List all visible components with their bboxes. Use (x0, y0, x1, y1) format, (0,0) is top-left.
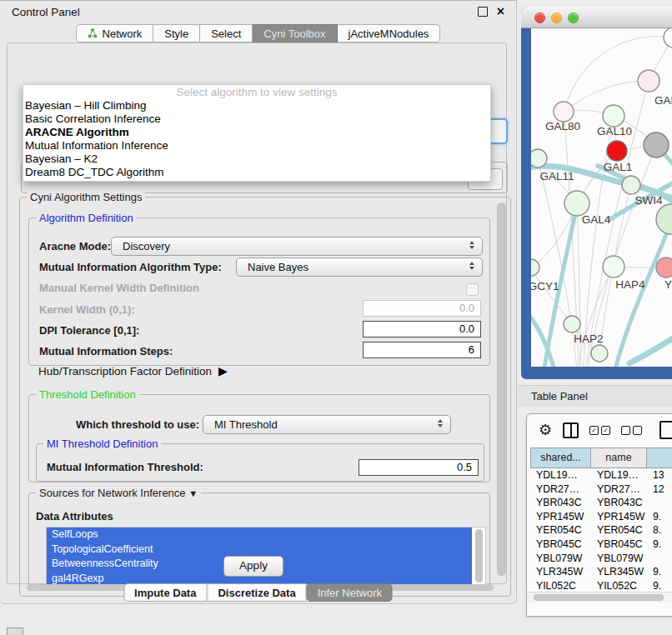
cell: YER054C (530, 523, 591, 538)
node-label-gal4: GAL4 (582, 213, 611, 226)
tab-infer-network[interactable]: Infer Network (307, 583, 393, 602)
mi-threshold-label: Mutual Information Threshold: (47, 459, 203, 476)
apply-button[interactable]: Apply (223, 556, 283, 577)
dpi-tolerance-label: DPI Tolerance [0,1]: (39, 322, 139, 339)
close-icon[interactable]: × (497, 8, 504, 16)
table-body: YDL19…YDL19…13 YDR27…YDR27…12 YBR043CYBR… (530, 468, 672, 592)
table-row[interactable]: YDL19…YDL19…13 (530, 468, 672, 482)
cell: YBR045C (591, 538, 647, 552)
column-header-name[interactable]: name (591, 448, 647, 468)
manual-kernel-label: Manual Kernel Width Definition (39, 282, 199, 294)
cell: YIL052C (530, 579, 591, 592)
node-gray[interactable] (644, 132, 669, 158)
tab-style[interactable]: Style (153, 24, 200, 42)
tab-cyni-toolbox[interactable]: Cyni Toolbox (253, 24, 337, 42)
column-header-shared-name[interactable]: shared... (530, 448, 591, 468)
dpi-tolerance-field[interactable]: 0.0 (363, 321, 481, 338)
dropdown-item-selected[interactable]: ARACNE Algorithm (23, 126, 490, 139)
stepper-icon (469, 262, 474, 270)
table-row[interactable]: YPR145WYPR145W9. (530, 510, 672, 524)
tab-discretize-data[interactable]: Discretize Data (207, 583, 306, 602)
dropdown-item[interactable]: Bayesian – K2 (23, 152, 490, 166)
dropdown-item[interactable]: Mutual Information Inference (23, 139, 490, 152)
minimize-traffic-light[interactable] (551, 12, 562, 23)
threshold-definition-group: Threshold Definition Which threshold to … (28, 394, 490, 482)
node-gal10[interactable] (603, 105, 624, 127)
expander-down-arrow-icon: ▼ (188, 488, 198, 498)
mi-type-combo[interactable]: Naive Bayes (236, 258, 483, 277)
cell: YBR043C (530, 496, 591, 510)
table-row[interactable]: YER054CYER054C8. (530, 523, 672, 538)
attribute-item-selected[interactable]: SelfLoops (47, 528, 472, 542)
node-unlabeled[interactable] (664, 28, 672, 48)
node-gal4[interactable] (564, 191, 589, 216)
settings-vertical-scrollbar[interactable] (497, 202, 506, 576)
node-bottom[interactable] (591, 345, 608, 362)
node-swi4[interactable] (622, 176, 640, 194)
dropdown-item[interactable]: Dream8 DC_TDC Algorithm (23, 166, 490, 179)
threshold-definition-title: Threshold Definition (36, 388, 139, 401)
table-row[interactable]: YIL052CYIL052C9. (530, 579, 672, 592)
kernel-width-field[interactable]: 0.0 (363, 300, 481, 317)
tab-jactivemnodules[interactable]: jActiveMNodules (338, 24, 441, 42)
dropdown-item[interactable]: Bayesian – Hill Climbing (23, 99, 490, 112)
dropdown-item[interactable]: Basic Correlation Inference (23, 112, 490, 126)
node-label-gal1: GAL1 (604, 161, 633, 173)
select-all-icon[interactable]: ✓✓ (589, 426, 610, 435)
deselect-all-icon[interactable] (621, 426, 642, 435)
cell: YBL079W (530, 552, 591, 566)
tab-impute-data[interactable]: Impute Data (123, 583, 207, 602)
network-graph: GAL80 GAL10 GAL1 GAL11 GAL4 SWI4 HAP4 HA… (531, 28, 672, 367)
node-gal7[interactable] (638, 70, 659, 92)
mi-steps-field[interactable]: 6 (363, 342, 481, 358)
network-canvas[interactable]: GAL80 GAL10 GAL1 GAL11 GAL4 SWI4 HAP4 HA… (531, 28, 672, 367)
tab-select[interactable]: Select (200, 24, 253, 42)
node-salmon[interactable] (656, 258, 672, 278)
control-panel-window: Control Panel × Network Style (0, 0, 517, 604)
mi-threshold-field[interactable]: 0.5 (359, 459, 479, 476)
screen: Control Panel × Network Style (0, 0, 672, 635)
table-row[interactable]: YBR045CYBR045C9. (530, 538, 672, 552)
table-panel-window: ⚙ ✓✓ shared... name YDL19…YDL19…13 YDR27… (526, 413, 672, 617)
attributes-vertical-scrollbar[interactable] (475, 529, 483, 582)
control-panel-title: Control Panel (12, 6, 80, 18)
node-gal1-selected[interactable] (607, 141, 627, 161)
cell: YDL19… (530, 468, 591, 482)
table-row[interactable]: YDR27…YDR27…12 (530, 482, 672, 497)
node-hap2[interactable] (564, 316, 580, 332)
minimized-panel-icon[interactable] (7, 628, 23, 635)
cell: YBR045C (530, 538, 591, 552)
aracne-mode-value: Discovery (123, 240, 170, 252)
node-gal80[interactable] (554, 102, 574, 122)
cell: 9. (647, 538, 672, 552)
hub-definition-expander[interactable]: Hub/Transcription Factor Definition ▶ (38, 363, 228, 378)
expander-right-arrow-icon: ▶ (218, 364, 228, 378)
cell: 9. (647, 565, 672, 579)
network-view-window: GAL80 GAL10 GAL1 GAL11 GAL4 SWI4 HAP4 HA… (521, 7, 672, 379)
attribute-item-selected[interactable]: TopologicalCoefficient (47, 542, 472, 558)
algorithm-definition-title: Algorithm Definition (36, 212, 137, 224)
node-hap4[interactable] (603, 256, 624, 278)
split-columns-icon[interactable] (563, 422, 579, 438)
node-label-hap2: HAP2 (574, 332, 603, 345)
close-traffic-light[interactable] (534, 12, 545, 23)
node-gal11[interactable] (531, 149, 547, 168)
node-big-green[interactable] (656, 204, 672, 234)
sources-title[interactable]: Sources for Network Inference ▼ (36, 487, 201, 499)
which-threshold-combo[interactable]: MI Threshold (203, 415, 451, 434)
tab-network[interactable]: Network (76, 24, 154, 42)
table-horizontal-scrollbar[interactable] (534, 594, 664, 601)
manual-kernel-checkbox[interactable] (466, 283, 479, 296)
bottom-tabs: Impute Data Discretize Data Infer Networ… (123, 583, 393, 602)
table-row[interactable]: YLR345WYLR345W9. (530, 565, 672, 579)
column-header-partial[interactable] (647, 448, 672, 468)
float-window-icon[interactable] (478, 7, 488, 17)
document-icon[interactable] (659, 421, 672, 439)
aracne-mode-combo[interactable]: Discovery (111, 237, 483, 256)
node-label-gcy1: GCY1 (531, 280, 559, 292)
gear-icon[interactable]: ⚙ (539, 422, 552, 438)
zoom-traffic-light[interactable] (568, 12, 579, 23)
table-row[interactable]: YBR043CYBR043C (530, 496, 672, 510)
cell: YLR345W (530, 565, 591, 579)
table-row[interactable]: YBL079WYBL079W (530, 552, 672, 566)
